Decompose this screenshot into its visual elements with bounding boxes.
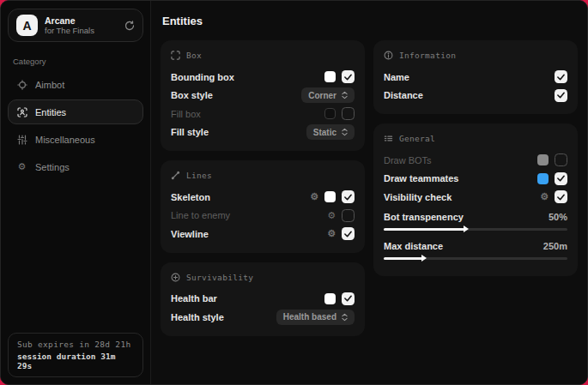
sidebar-item-entities[interactable]: Entities (8, 99, 143, 124)
slider-label: Max distance (384, 241, 443, 251)
gear-icon[interactable]: ⚙ (310, 192, 318, 202)
app-logo: A (16, 15, 38, 36)
draw-teammates-checkbox[interactable] (555, 172, 567, 185)
max-distance-label-row: Max distance 250m (384, 238, 567, 255)
dropdown-value: Static (313, 128, 336, 137)
card-survivability: Survivability Health bar Health style (161, 262, 365, 336)
card-general: General Draw BOTs Draw teammates (373, 123, 578, 276)
row-label: Line to enemy (171, 210, 230, 220)
gear-icon[interactable]: ⚙ (327, 211, 336, 220)
row-health-bar: Health bar (171, 290, 355, 309)
row-visibility-check: Visibility check ⚙ (384, 188, 567, 207)
sliders-icon (16, 135, 27, 145)
slider-value: 50% (549, 212, 567, 222)
category-label: Category (13, 57, 138, 66)
color-swatch[interactable] (537, 173, 549, 184)
fill-style-dropdown[interactable]: Static (306, 124, 355, 140)
row-line-to-enemy: Line to enemy ⚙ (171, 207, 355, 226)
sidebar-item-label: Miscellaneous (35, 135, 95, 145)
gear-icon[interactable]: ⚙ (327, 229, 336, 238)
row-bounding-box: Bounding box (171, 68, 355, 87)
sidebar-item-label: Entities (35, 107, 66, 117)
row-label: Draw teammates (384, 173, 458, 183)
chevrons-up-down-icon (342, 128, 348, 136)
visibility-check-checkbox[interactable] (555, 190, 567, 203)
sidebar-item-settings[interactable]: ⚙ Settings (8, 154, 143, 179)
row-label: Health style (171, 312, 224, 322)
app-subtitle: for The Finals (45, 26, 94, 35)
sidebar-item-label: Settings (35, 162, 70, 172)
color-swatch[interactable] (537, 154, 549, 165)
subscription-info-card: Sub expires in 28d 21h session duration … (8, 333, 143, 377)
gear-icon[interactable]: ⚙ (540, 192, 549, 202)
info-icon (384, 51, 393, 60)
bounding-box-checkbox[interactable] (342, 70, 355, 83)
row-box-style: Box style Corner (171, 87, 355, 105)
sub-expiry-text: Sub expires in 28d 21h (17, 340, 134, 349)
fill-box-checkbox[interactable] (342, 107, 355, 120)
health-bar-checkbox[interactable] (342, 292, 355, 305)
skeleton-checkbox[interactable] (342, 190, 355, 203)
row-name: Name (384, 68, 567, 87)
max-distance-slider[interactable] (384, 257, 567, 260)
row-viewline: Viewline ⚙ (171, 225, 355, 244)
card-title: Box (186, 51, 202, 60)
slider-label: Bot transpenency (384, 212, 464, 222)
dropdown-value: Health based (283, 312, 336, 322)
draw-bots-checkbox[interactable] (555, 153, 567, 166)
name-checkbox[interactable] (555, 70, 567, 83)
health-style-dropdown[interactable]: Health based (276, 310, 355, 325)
slider-thumb[interactable] (421, 255, 427, 262)
card-lines: Lines Skeleton ⚙ Line to enemy (161, 160, 365, 253)
row-label: Name (384, 72, 409, 82)
app-window: A Arcane for The Finals Category Aimbot (0, 0, 588, 385)
line-icon (171, 171, 180, 180)
viewline-checkbox[interactable] (342, 227, 355, 240)
color-swatch[interactable] (324, 191, 336, 202)
card-title: Survivability (186, 273, 253, 282)
session-duration-text: session duration 31m 29s (17, 352, 134, 370)
row-fill-box: Fill box (171, 105, 355, 123)
bot-transparency-label-row: Bot transpenency 50% (384, 208, 567, 226)
line-to-enemy-checkbox[interactable] (342, 209, 355, 222)
bot-transparency-slider[interactable] (384, 228, 567, 231)
sidebar-item-aimbot[interactable]: Aimbot (8, 72, 143, 97)
row-label: Draw BOTs (384, 155, 432, 165)
row-label: Visibility check (384, 192, 452, 202)
right-column: Information Name Distance (373, 40, 578, 336)
color-swatch[interactable] (324, 293, 336, 304)
row-label: Distance (384, 90, 423, 100)
color-swatch[interactable] (324, 108, 336, 119)
sidebar-item-label: Aimbot (35, 80, 64, 90)
sidebar: A Arcane for The Finals Category Aimbot (1, 1, 151, 384)
row-label: Box style (171, 90, 213, 100)
distance-checkbox[interactable] (555, 89, 567, 102)
crosshair-icon (16, 80, 27, 90)
color-swatch[interactable] (324, 71, 336, 82)
page-title: Entities (162, 15, 578, 27)
sync-icon[interactable] (124, 21, 135, 31)
row-label: Fill style (171, 127, 209, 137)
left-column: Box Bounding box Box style (161, 40, 365, 336)
health-plus-icon (171, 273, 180, 282)
sidebar-item-miscellaneous[interactable]: Miscellaneous (8, 127, 143, 152)
chevrons-up-down-icon (342, 91, 348, 99)
card-title: Information (399, 51, 456, 60)
box-style-dropdown[interactable]: Corner (301, 87, 355, 103)
row-label: Skeleton (171, 192, 210, 202)
sidebar-nav: Aimbot Entities Miscella (1, 72, 150, 179)
row-distance: Distance (384, 87, 567, 105)
list-icon (384, 134, 393, 143)
slider-value: 250m (543, 241, 567, 251)
slider-thumb[interactable] (464, 226, 469, 232)
app-header-card: A Arcane for The Finals (8, 9, 143, 42)
dropdown-value: Corner (308, 91, 336, 100)
entities-icon (16, 107, 27, 117)
card-title: General (399, 134, 435, 143)
card-title: Lines (186, 171, 212, 180)
row-fill-style: Fill style Static (171, 123, 355, 142)
row-label: Health bar (171, 293, 217, 304)
row-health-style: Health style Health based (171, 308, 355, 327)
row-label: Viewline (171, 229, 209, 239)
card-information: Information Name Distance (373, 40, 578, 114)
